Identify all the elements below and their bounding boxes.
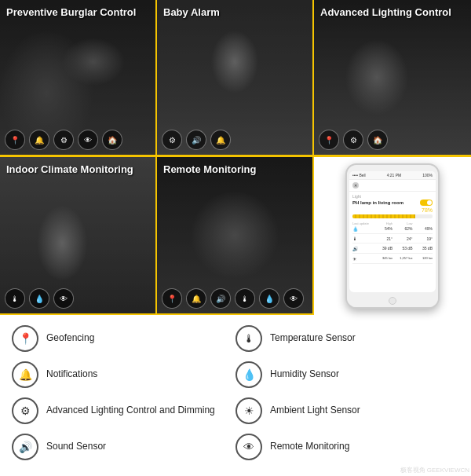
- remote-icons: 📍 🔔 🔊 🌡 💧 👁: [162, 288, 304, 309]
- baby-title: Baby Alarm: [163, 6, 220, 18]
- phone-content: Light PH lamp in living room 78% Last up…: [349, 192, 436, 292]
- indoor-cell: Indoor Climate Monitoring 🌡 💧 👁: [0, 157, 157, 315]
- lighting-cell: Advanced Lighting Control 📍 ⚙ 🏠: [314, 0, 471, 155]
- temperature-icon: 🌡: [236, 325, 262, 352]
- humidity-sensor-icon: 💧: [236, 361, 262, 388]
- signal-text: •••• Bell: [352, 173, 366, 178]
- device-row: PH lamp in living room: [352, 200, 433, 206]
- light-label: Light: [352, 194, 433, 199]
- burglar-icons: 📍 🔔 ⚙ 👁 🏠: [5, 130, 122, 150]
- location-icon: 📍: [5, 130, 25, 150]
- sound-icon: 🔊: [186, 130, 206, 150]
- humidity-label: Humidity Sensor: [270, 368, 339, 381]
- sound-icon2: 🔊: [210, 288, 231, 309]
- temp-icon2: 🌡: [235, 288, 255, 309]
- watermark: 极客视角 GEEKVIEWCN: [400, 466, 469, 474]
- lighting-control-icon: ⚙: [12, 397, 38, 424]
- phone-screen: •••• Bell 4:21 PM 100% ✕ Light PH lamp i…: [349, 171, 436, 292]
- battery-text: 100%: [422, 173, 433, 178]
- feature-humidity: 💧 Humidity Sensor: [236, 359, 459, 390]
- eye-icon: 👁: [78, 130, 98, 150]
- location-icon2: 📍: [319, 130, 339, 150]
- percent-text: 78%: [352, 207, 433, 213]
- feature-remote: 👁 Remote Monitoring: [236, 431, 459, 463]
- home-icon: 🏠: [102, 130, 122, 150]
- phone-close-bar: ✕: [349, 180, 436, 192]
- data-row-temp: 🌡 21° 24° 19°: [352, 236, 433, 243]
- close-icon[interactable]: ✕: [352, 182, 359, 189]
- col-last: Last update: [352, 222, 373, 225]
- settings-icon2: ⚙: [162, 130, 182, 150]
- burglar-title: Preventive Burglar Control: [6, 6, 136, 18]
- geofencing-icon: 📍: [12, 325, 38, 352]
- humidity-icon2: 💧: [259, 288, 279, 309]
- remote-label: Remote Monitoring: [270, 441, 349, 453]
- ambient-icon: ☀: [236, 397, 262, 424]
- settings-icon: ⚙: [53, 130, 74, 150]
- indoor-icons: 🌡 💧 👁: [5, 288, 74, 309]
- location-icon3: 📍: [162, 288, 182, 309]
- ambient-label: Ambient Light Sensor: [270, 405, 360, 417]
- table-header: Last update High Low: [352, 222, 433, 225]
- bell-icon3: 🔔: [186, 288, 206, 309]
- feature-sound: 🔊 Sound Sensor: [12, 431, 236, 463]
- time-text: 4:21 PM: [387, 173, 402, 178]
- feature-notifications: 🔔 Notifications: [12, 359, 236, 390]
- remote-cell: Remote Monitoring 📍 🔔 🔊 🌡 💧 👁: [157, 157, 314, 315]
- phone-container: •••• Bell 4:21 PM 100% ✕ Light PH lamp i…: [314, 157, 471, 315]
- baby-icons: ⚙ 🔊 🔔: [162, 130, 231, 150]
- data-row-light: ☀ 345 lux 1,257 lux 120 lux: [352, 256, 433, 264]
- feature-lighting-control: ⚙ Advanced Lighting Control and Dimming: [12, 395, 236, 427]
- lighting-title: Advanced Lighting Control: [320, 6, 451, 18]
- sound-label: Sound Sensor: [46, 441, 106, 453]
- remote-title: Remote Monitoring: [163, 163, 256, 175]
- col-low: Low: [392, 222, 413, 225]
- remote-monitoring-icon: 👁: [236, 434, 262, 460]
- feature-temperature: 🌡 Temperature Sensor: [236, 323, 459, 354]
- baby-cell: Baby Alarm ⚙ 🔊 🔔: [157, 0, 314, 155]
- bell-icon: 🔔: [29, 130, 49, 150]
- phone-bottom: [347, 295, 438, 307]
- progress-fill: [352, 214, 415, 218]
- data-row-sound: 🔊 39 dB 53 dB 35 dB: [352, 246, 433, 254]
- humidity-icon: 💧: [29, 288, 49, 309]
- bell-icon2: 🔔: [210, 130, 231, 150]
- device-toggle[interactable]: [420, 200, 433, 206]
- notifications-label: Notifications: [46, 368, 97, 381]
- phone-mockup: •••• Bell 4:21 PM 100% ✕ Light PH lamp i…: [345, 163, 440, 309]
- eye-icon2: 👁: [53, 288, 74, 309]
- feature-geofencing: 📍 Geofencing: [12, 323, 236, 354]
- feature-list: 📍 Geofencing 🌡 Temperature Sensor 🔔 Noti…: [0, 314, 471, 471]
- col-high: High: [373, 222, 393, 225]
- home-button[interactable]: [389, 297, 396, 305]
- geofencing-label: Geofencing: [46, 332, 94, 345]
- sound-sensor-icon: 🔊: [12, 434, 38, 460]
- lighting-control-label: Advanced Lighting Control and Dimming: [46, 405, 215, 417]
- settings-icon3: ⚙: [343, 130, 363, 150]
- temperature-label: Temperature Sensor: [270, 332, 356, 345]
- phone-status-bar: •••• Bell 4:21 PM 100%: [349, 171, 436, 180]
- progress-bar: [352, 214, 433, 218]
- data-row-humidity: 💧 54% 62% 49%: [352, 226, 433, 234]
- eye-icon3: 👁: [283, 288, 304, 309]
- burglar-cell: Preventive Burglar Control 📍 🔔 ⚙ 👁 🏠: [0, 0, 157, 155]
- home-icon2: 🏠: [367, 130, 388, 150]
- feature-ambient: ☀ Ambient Light Sensor: [236, 395, 459, 427]
- lighting-icons: 📍 ⚙ 🏠: [319, 130, 388, 150]
- device-name: PH lamp in living room: [352, 200, 403, 205]
- temp-icon: 🌡: [5, 288, 25, 309]
- notifications-icon: 🔔: [12, 361, 38, 388]
- indoor-title: Indoor Climate Monitoring: [6, 163, 133, 175]
